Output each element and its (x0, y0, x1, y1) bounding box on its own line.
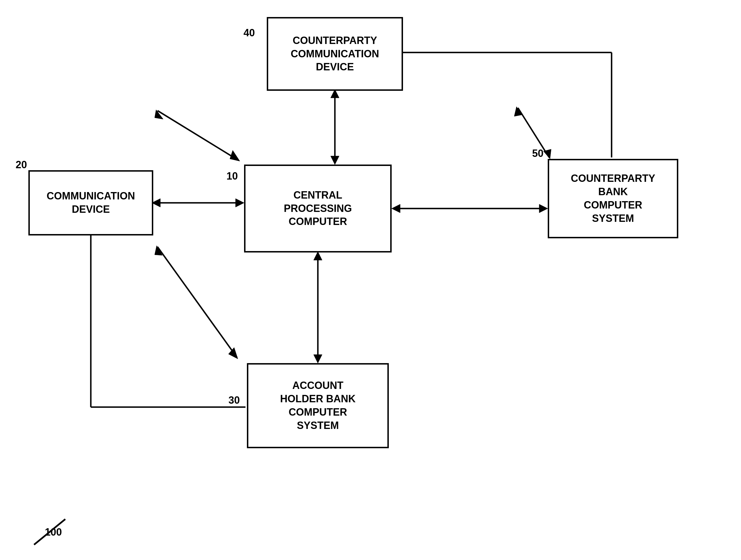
svg-marker-10 (314, 355, 322, 363)
svg-marker-13 (230, 150, 240, 161)
counterparty-comm-device-label: COUNTERPARTYCOMMUNICATIONDEVICE (291, 34, 379, 74)
ref-label-20: 20 (16, 159, 27, 171)
svg-marker-19 (543, 149, 551, 159)
svg-line-12 (157, 111, 239, 160)
ref-label-30: 30 (228, 394, 240, 406)
svg-marker-1 (331, 156, 339, 164)
counterparty-bank-label: COUNTERPARTYBANKCOMPUTERSYSTEM (571, 172, 655, 225)
counterparty-comm-device-box: COUNTERPARTYCOMMUNICATIONDEVICE (267, 17, 403, 91)
counterparty-bank-box: COUNTERPARTYBANKCOMPUTERSYSTEM (548, 159, 678, 238)
ref-label-10: 10 (226, 170, 238, 182)
svg-marker-14 (155, 110, 163, 119)
account-holder-bank-label: ACCOUNTHOLDER BANKCOMPUTERSYSTEM (280, 379, 356, 432)
svg-marker-11 (314, 252, 322, 260)
svg-marker-8 (392, 204, 400, 213)
central-processing-box: CENTRALPROCESSINGCOMPUTER (244, 164, 392, 253)
svg-marker-16 (228, 348, 238, 359)
central-processing-label: CENTRALPROCESSINGCOMPUTER (284, 189, 352, 228)
diagram-container: COUNTERPARTYCOMMUNICATIONDEVICE CENTRALP… (0, 0, 741, 560)
communication-device-label: COMMUNICATIONDEVICE (47, 190, 135, 216)
svg-marker-7 (539, 204, 548, 213)
svg-marker-4 (235, 199, 244, 207)
ref-label-40: 40 (244, 27, 255, 39)
svg-marker-20 (514, 107, 522, 116)
account-holder-bank-box: ACCOUNTHOLDER BANKCOMPUTERSYSTEM (247, 363, 389, 448)
ref-label-50: 50 (532, 147, 543, 159)
ref-label-100: 100 (45, 526, 62, 538)
svg-line-15 (157, 247, 237, 357)
svg-marker-17 (155, 246, 162, 255)
communication-device-box: COMMUNICATIONDEVICE (28, 170, 153, 235)
